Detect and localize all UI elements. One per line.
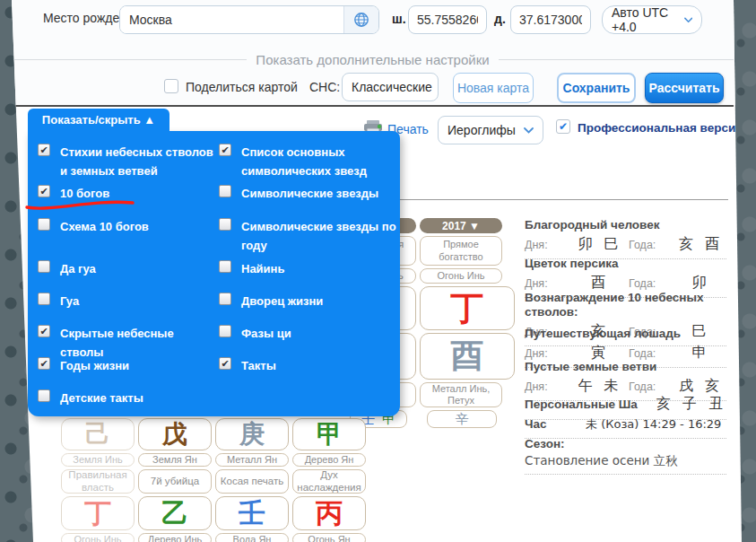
latitude-input[interactable] [408, 5, 487, 34]
panel-option[interactable]: ✔ Такты [219, 356, 398, 375]
panel-option[interactable]: Детские такты [38, 389, 217, 407]
divider-line [12, 59, 247, 60]
takt-stem: 丙 [292, 496, 366, 530]
save-button[interactable]: Сохранить [557, 73, 636, 103]
additional-settings-toggle[interactable]: Показать дополнительные настройки [12, 50, 734, 68]
takt-element: Огонь Ян [292, 533, 366, 542]
panel-option[interactable]: Схема 10 богов [38, 217, 217, 236]
checkbox[interactable] [219, 325, 231, 337]
checkbox[interactable]: ✔ [38, 357, 50, 370]
longitude-input[interactable] [510, 5, 591, 34]
glyphs-value: Иероглифы [448, 123, 516, 137]
utc-select[interactable]: Авто UTC +4.0 [602, 5, 702, 34]
checkbox[interactable] [219, 185, 231, 197]
option-label: Дворец жизни [241, 292, 398, 310]
chevron-down-icon [684, 17, 692, 23]
globe-search-button[interactable] [343, 6, 378, 33]
show-hide-tab[interactable]: Показать/скрыть ▲ [28, 109, 169, 131]
year-value: 卯 [675, 274, 726, 293]
hour-row: Час 未 (Коза) 14:29 - 16:29 [525, 416, 726, 439]
takt-element: Металл Ян [215, 453, 289, 467]
takt-stem: 甲 [292, 418, 366, 450]
checkbox[interactable] [38, 218, 50, 231]
takt-stem: 戊 [138, 418, 212, 450]
chart-top-rule [400, 199, 728, 200]
option-label: Список основных символических звезд [241, 143, 398, 180]
panel-option[interactable]: Символические звезды по году [219, 217, 398, 255]
option-label: Такты [241, 356, 398, 375]
takt-stem: 乙 [138, 496, 212, 530]
day-label: Дня: [525, 277, 571, 290]
star-title: Цветок персика [525, 257, 726, 271]
panel-option[interactable]: Да гуа [38, 259, 217, 278]
checkbox[interactable]: ✔ [219, 357, 231, 370]
checkbox[interactable]: ✔ [219, 144, 231, 156]
pillar-branch-label-2017: Металл Инь, Петух [420, 382, 502, 407]
panel-option[interactable]: Гуа [38, 292, 217, 310]
star-title: Благородный человек [525, 218, 726, 232]
year-label: Года: [629, 277, 675, 290]
panel-option[interactable]: Дворец жизни [219, 292, 398, 310]
hidden-stem: 辛 [456, 411, 469, 427]
share-chart-label: Поделиться картой [186, 80, 298, 94]
sns-select[interactable]: Классические [342, 73, 439, 101]
option-label: Фазы ци [241, 324, 398, 343]
panel-option[interactable]: ✔ Список основных символических звезд [219, 143, 398, 180]
panel-option[interactable]: ✔ Стихии небесных стволов и земных ветве… [38, 143, 217, 180]
new-chart-button[interactable]: Новая карта [453, 73, 534, 103]
panel-option[interactable]: ✔ Годы жизни [38, 356, 217, 375]
star-block: Благородный человек Дня: 卯 巳 Года: 亥 酉 [525, 218, 726, 256]
option-label: Годы жизни [60, 356, 217, 375]
season-block: Сезон: Становление осени 立秋 [525, 437, 726, 475]
calculate-button[interactable]: Рассчитать [645, 73, 724, 103]
panel-option[interactable]: Фазы ци [219, 324, 398, 343]
takt-element: Огонь Инь [61, 533, 135, 542]
pillar-header-2017[interactable]: 2017 ▼ [420, 218, 502, 233]
year-value: 戌 亥 [675, 377, 726, 396]
checkbox[interactable] [219, 293, 231, 305]
checkbox[interactable] [38, 293, 50, 305]
year-label: Года: [629, 347, 675, 360]
takt-god: 7й убийца [138, 469, 212, 494]
checkbox[interactable] [219, 260, 231, 273]
latitude-label: ш. [392, 12, 406, 26]
day-value: 卯 巳 [571, 235, 629, 254]
checkbox[interactable] [38, 260, 50, 273]
takt-stem: 己 [61, 418, 135, 450]
day-label: Дня: [525, 380, 571, 393]
year-label: Года: [629, 239, 675, 251]
option-label: Схема 10 богов [60, 217, 217, 236]
place-input[interactable] [120, 6, 343, 33]
longitude-label: д. [494, 12, 506, 26]
utc-value: Авто UTC +4.0 [612, 5, 684, 34]
pillar-god-2017: Прямое богатство [420, 236, 502, 266]
share-chart-checkbox[interactable] [164, 79, 178, 93]
globe-icon [353, 12, 369, 28]
pro-version-label: Профессиональная версия [578, 121, 743, 135]
sns-value: Классические [352, 80, 432, 94]
panel-option[interactable]: Символические звезды [219, 184, 398, 203]
hour-value: 未 (Коза) 14:29 - 16:29 [586, 416, 721, 433]
option-label: Символические звезды [241, 184, 398, 203]
checkbox[interactable]: ✔ [38, 144, 50, 156]
checkbox[interactable] [219, 218, 231, 231]
option-label: Гуа [60, 292, 217, 310]
star-title: Вознаграждение 10 небесных стволов: [525, 291, 726, 319]
checkbox[interactable]: ✔ [38, 325, 50, 337]
pillar-stem-2017: 丁 [420, 286, 515, 330]
checkbox[interactable] [38, 389, 50, 402]
section-divider [12, 105, 734, 107]
option-label: Детские такты [60, 389, 217, 407]
glyphs-select[interactable]: Иероглифы [438, 116, 543, 144]
option-label: Символические звезды по году [241, 217, 398, 255]
red-underline-annotation [23, 195, 142, 214]
sha-value: 亥 子 丑 [656, 395, 726, 414]
takt-stem: 壬 [215, 496, 289, 530]
takt-god: Дух наслаждения [292, 469, 366, 494]
pro-version-checkbox[interactable]: ✔ [556, 119, 570, 134]
sns-label: СНС: [309, 80, 340, 94]
takt-god: Косая печать [215, 469, 289, 494]
star-title: Пустые земные ветви [525, 360, 726, 374]
pillar-hidden-stems-2017: 辛 [427, 410, 497, 428]
panel-option[interactable]: Найинь [219, 259, 398, 278]
